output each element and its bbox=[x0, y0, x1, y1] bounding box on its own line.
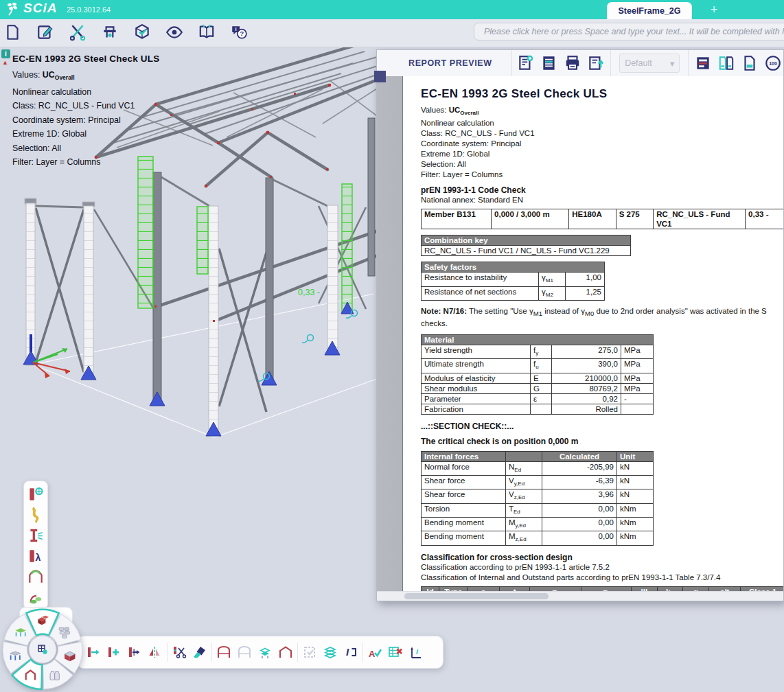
check-model-icon[interactable] bbox=[132, 21, 152, 44]
new-project-icon[interactable] bbox=[3, 21, 23, 44]
table-cell: MPa bbox=[621, 383, 654, 393]
edit-project-icon[interactable] bbox=[35, 21, 56, 44]
frame-open-icon[interactable] bbox=[275, 641, 296, 664]
cut-beam-icon[interactable] bbox=[169, 641, 189, 664]
legend-line: Coordinate system: Principal bbox=[12, 113, 159, 128]
tools-icon[interactable] bbox=[67, 21, 88, 44]
table-cell: RC_NC_ULS - Fund VC1 bbox=[654, 209, 746, 229]
member-settings-icon[interactable] bbox=[25, 484, 46, 505]
project-tab[interactable]: SteelFrame_2G bbox=[607, 2, 692, 19]
member-row: Member B1310,000 / 3,000 mHE180AS 275RC_… bbox=[422, 209, 784, 229]
table-cell: 1,25 bbox=[566, 286, 605, 300]
table-cell: MPa bbox=[621, 359, 654, 373]
calculate-icon[interactable] bbox=[100, 21, 120, 44]
frame-ghost-icon[interactable] bbox=[234, 641, 255, 664]
arbitrary-member-icon[interactable] bbox=[25, 587, 46, 608]
table-cell: 0,00 bbox=[542, 531, 617, 545]
table-row: Normal forceNEd-205,99kN bbox=[422, 461, 654, 475]
library-icon[interactable] bbox=[196, 21, 217, 44]
table-cell: 275,0 bbox=[552, 345, 621, 359]
table-cell: Calculated bbox=[542, 451, 617, 461]
table-cell: G bbox=[531, 383, 552, 393]
report-preview-body: EC-EN 1993 2G Steel Check ULS Values: UC… bbox=[377, 76, 783, 592]
panel-splitter-handle[interactable] bbox=[374, 71, 386, 82]
table-row: Resistance of net sectionsγM21,25 bbox=[422, 286, 605, 300]
report-meta-lines: Nonlinear calculationClass: RC_NC_ULS - … bbox=[421, 118, 783, 180]
table-cell: HE180A bbox=[569, 209, 616, 229]
stability-lambda-icon[interactable]: λ bbox=[25, 546, 46, 566]
mirror-icon[interactable] bbox=[145, 641, 165, 664]
zoom-100-icon[interactable]: 100 bbox=[763, 53, 783, 73]
wheel-center-button[interactable] bbox=[29, 636, 56, 663]
report-style-dropdown[interactable]: Default ▾ bbox=[619, 54, 680, 73]
safety-factors-table: Safety factorsResistance to instabilityγ… bbox=[421, 262, 605, 301]
table-cell: ε bbox=[531, 393, 552, 404]
select-region-icon[interactable] bbox=[299, 641, 320, 664]
copy-multi-icon[interactable] bbox=[124, 641, 145, 664]
table-cell: kN bbox=[617, 476, 654, 489]
dimension-icon[interactable]: i bbox=[406, 641, 426, 664]
new-tab-button[interactable]: + bbox=[706, 1, 722, 18]
internal-forces-table: Internal forcesCalculatedUnitNormal forc… bbox=[421, 451, 654, 546]
table-cell: Vy,Ed bbox=[506, 476, 542, 489]
legend-line: Selection: All bbox=[12, 141, 159, 156]
report-meta-line: Coordinate system: Principal bbox=[421, 139, 783, 149]
table-cell: Vz,Ed bbox=[506, 489, 542, 503]
horizontal-scrollbar[interactable] bbox=[377, 591, 783, 601]
main-toolbar-icons: i? bbox=[3, 21, 249, 44]
frame-icon[interactable] bbox=[214, 641, 234, 664]
spline-icon[interactable] bbox=[25, 505, 46, 525]
rename-icon[interactable]: I bbox=[341, 641, 361, 664]
report-new-icon[interactable] bbox=[516, 53, 536, 73]
table-cell: S 275 bbox=[616, 209, 654, 229]
classification-line1: Classification according to prEN 1993-1-… bbox=[421, 562, 783, 573]
table-cell: kN bbox=[617, 489, 654, 503]
table-cell: 210000,0 bbox=[552, 373, 621, 383]
table-cell: TEd bbox=[506, 503, 542, 517]
report-meta-line: Selection: All bbox=[421, 159, 783, 170]
material-table: MaterialYield strengthfy275,0MPaUltimate… bbox=[421, 334, 654, 415]
table-cell: Fabrication bbox=[422, 404, 531, 414]
table-layers-icon[interactable] bbox=[255, 641, 275, 664]
theme-icon[interactable] bbox=[693, 53, 713, 73]
paint-properties-icon[interactable] bbox=[189, 641, 210, 664]
table-cell bbox=[621, 404, 654, 414]
table-cell: γM1 bbox=[539, 273, 566, 286]
search-input[interactable] bbox=[474, 23, 784, 41]
report-toolbar-right: 100 bbox=[693, 53, 783, 73]
separator bbox=[511, 50, 512, 76]
table-cell: My,Ed bbox=[506, 517, 542, 531]
separator bbox=[167, 643, 168, 662]
haunch-icon[interactable] bbox=[25, 566, 46, 587]
view-icon[interactable] bbox=[164, 21, 185, 44]
facing-pages-icon[interactable] bbox=[716, 53, 737, 73]
svg-text:I: I bbox=[346, 646, 349, 658]
layers-icon[interactable] bbox=[320, 641, 341, 664]
report-refresh-icon[interactable] bbox=[586, 53, 606, 73]
table-row: FabricationRolled bbox=[422, 404, 654, 414]
table-row: Ultimate strengthfu390,0MPa bbox=[422, 359, 654, 373]
delete-table-icon[interactable] bbox=[385, 641, 406, 664]
single-page-icon[interactable] bbox=[739, 53, 760, 73]
help-icon[interactable]: i? bbox=[229, 21, 249, 44]
print-icon[interactable] bbox=[562, 53, 583, 73]
table-cell: Mz,Ed bbox=[506, 531, 542, 545]
copy-add-icon[interactable] bbox=[104, 641, 124, 664]
table-cell: 390,0 bbox=[552, 359, 621, 373]
report-title: EC-EN 1993 2G Steel Check ULS bbox=[421, 87, 783, 101]
report-preview-header: REPORT PREVIEW Default ▾ 100 bbox=[377, 50, 783, 77]
classification-line2: Classification of Internal and Outstand … bbox=[421, 573, 783, 583]
table-row: Shear forceVy,Ed-6,39kN bbox=[422, 476, 654, 489]
table-cell: -205,99 bbox=[542, 461, 617, 475]
section-check-title: ...::SECTION CHECK::... bbox=[421, 422, 783, 431]
scrollbar-thumb[interactable] bbox=[404, 593, 549, 599]
table-cell: 0,33 - bbox=[746, 209, 783, 229]
check-spelling-icon[interactable]: A bbox=[365, 641, 385, 664]
legend-line: Filter: Layer = Columns bbox=[12, 155, 159, 170]
table-cell: Combination key bbox=[422, 235, 631, 246]
report-table-icon[interactable] bbox=[539, 53, 560, 73]
svg-text:λ: λ bbox=[35, 552, 41, 563]
info-icon[interactable]: i bbox=[1, 49, 10, 58]
workstation-wheel[interactable] bbox=[0, 607, 89, 692]
cross-section-icon[interactable] bbox=[25, 525, 46, 546]
